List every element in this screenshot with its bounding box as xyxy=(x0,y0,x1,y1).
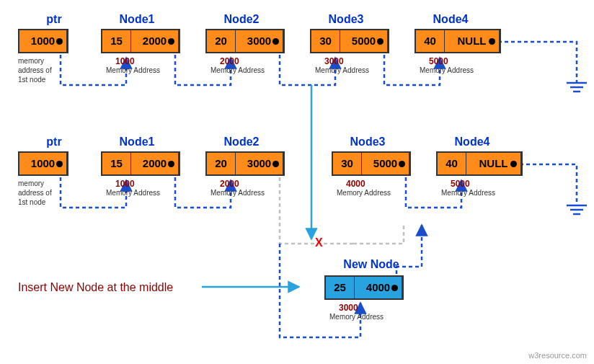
ptr-dot-1 xyxy=(56,38,63,45)
insert-caption: Insert New Node at the middle xyxy=(18,281,173,294)
ptr-box-2: 1000 xyxy=(18,151,68,176)
ptr-box-1: 1000 xyxy=(18,29,68,53)
node3-box-1: 30 5000 xyxy=(310,29,389,53)
node4-addr-2: 5000 xyxy=(451,179,470,189)
ptr-note-2: memoryaddress of1st node xyxy=(18,179,52,207)
node4-dot-1 xyxy=(489,38,495,45)
node1-sub-2: Memory Address xyxy=(106,189,160,197)
node4-box-2: 40 NULL xyxy=(436,151,523,176)
break-x-icon: X xyxy=(315,236,323,249)
node1-data-1: 15 xyxy=(102,30,131,52)
node3-label-1: Node3 xyxy=(321,13,371,26)
node2-sub-1: Memory Address xyxy=(210,66,265,74)
node1-box-1: 15 2000 xyxy=(101,29,180,53)
node1-data-2: 15 xyxy=(102,153,131,174)
node3-dot-2 xyxy=(399,161,405,167)
newnode-data: 25 xyxy=(326,277,355,298)
node3-sub-1: Memory Address xyxy=(315,66,369,74)
node1-dot-1 xyxy=(168,38,174,45)
newnode-box: 25 4000 xyxy=(324,275,404,300)
newnode-label: New Node xyxy=(335,258,407,271)
node1-label-2: Node1 xyxy=(112,136,162,148)
node2-dot-2 xyxy=(272,161,279,167)
node2-label-2: Node2 xyxy=(216,136,267,148)
node4-sub-1: Memory Address xyxy=(420,66,474,74)
node1-box-2: 15 2000 xyxy=(101,151,180,176)
node4-dot-2 xyxy=(510,161,517,167)
ptr-label-2: ptr xyxy=(36,136,72,148)
node2-dot-1 xyxy=(272,38,279,45)
newnode-dot xyxy=(391,285,398,291)
node4-box-1: 40 NULL xyxy=(415,29,501,53)
node2-box-1: 20 3000 xyxy=(205,29,285,53)
node2-addr-1: 2000 xyxy=(220,56,239,66)
node3-data-2: 30 xyxy=(333,153,362,174)
node4-data-2: 40 xyxy=(438,153,466,174)
node3-addr-1: 3000 xyxy=(324,56,344,66)
node3-label-2: Node3 xyxy=(342,136,393,148)
newnode-addr: 3000 xyxy=(339,303,358,313)
newnode-sub: Memory Address xyxy=(329,313,384,321)
node1-addr-1: 1000 xyxy=(115,56,135,66)
node3-addr-2: 4000 xyxy=(346,179,365,189)
node1-sub-1: Memory Address xyxy=(106,66,160,74)
node2-addr-2: 2000 xyxy=(220,179,239,189)
node3-sub-2: Memory Address xyxy=(337,189,391,197)
node2-box-2: 20 3000 xyxy=(205,151,285,176)
node3-data-1: 30 xyxy=(311,30,340,52)
ptr-note-1: memoryaddress of1st node xyxy=(18,56,52,84)
node4-sub-2: Memory Address xyxy=(441,189,495,197)
ptr-dot-2 xyxy=(56,161,63,167)
node4-label-1: Node4 xyxy=(425,13,476,26)
node1-addr-2: 1000 xyxy=(115,179,135,189)
node2-label-1: Node2 xyxy=(216,13,267,26)
node3-dot-1 xyxy=(377,38,384,45)
ptr-label-1: ptr xyxy=(36,13,72,26)
node1-label-1: Node1 xyxy=(112,13,162,26)
node4-label-2: Node4 xyxy=(447,136,497,148)
node1-dot-2 xyxy=(168,161,174,167)
node3-box-2: 30 5000 xyxy=(332,151,411,176)
node2-data-2: 20 xyxy=(207,153,236,174)
node4-data-1: 40 xyxy=(416,30,445,52)
attribution: w3resource.com xyxy=(528,351,587,360)
node2-sub-2: Memory Address xyxy=(210,189,265,197)
node2-data-1: 20 xyxy=(207,30,236,52)
node4-addr-1: 5000 xyxy=(429,56,448,66)
